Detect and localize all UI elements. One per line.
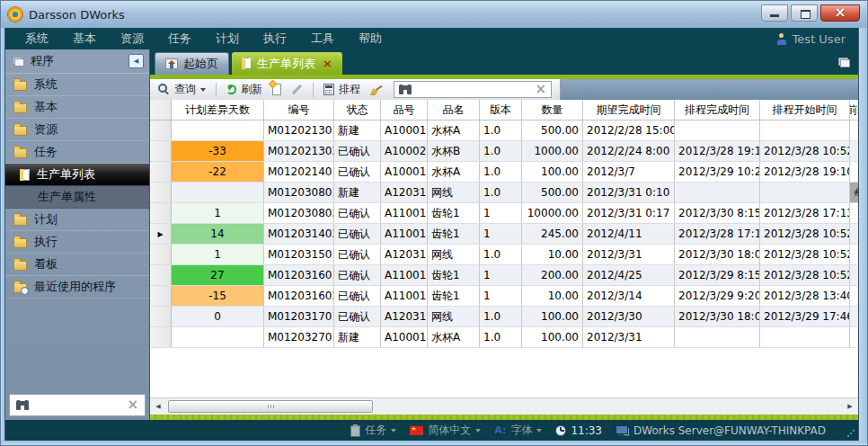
table-cell[interactable]: 已确认 bbox=[334, 203, 381, 223]
table-cell[interactable]: 2012/3/30 8:15 bbox=[675, 203, 760, 223]
table-cell[interactable]: 水杯A bbox=[428, 120, 480, 140]
minimize-button[interactable] bbox=[761, 4, 788, 22]
table-cell[interactable]: 已确认 bbox=[334, 245, 381, 264]
table-cell[interactable]: 网线 bbox=[428, 307, 480, 326]
table-cell[interactable]: 已确认 bbox=[334, 141, 381, 161]
scroll-left-button[interactable]: ◀ bbox=[150, 398, 166, 415]
refresh-button[interactable]: 刷新 bbox=[224, 81, 265, 98]
column-header[interactable]: 品号 bbox=[381, 100, 428, 120]
table-cell-diff-days[interactable] bbox=[172, 183, 264, 202]
maximize-button[interactable] bbox=[791, 4, 818, 22]
table-cell[interactable]: 200.00 bbox=[522, 265, 583, 285]
sidebar-item-1[interactable]: 基本 bbox=[5, 96, 149, 119]
table-cell[interactable]: 已确认 bbox=[334, 307, 381, 326]
table-cell[interactable]: M012030802 bbox=[264, 203, 334, 223]
sidebar-item-5[interactable]: 生产单属性 bbox=[5, 186, 149, 209]
table-cell[interactable]: 1.0 bbox=[480, 120, 522, 140]
table-cell-overflow[interactable] bbox=[850, 141, 858, 161]
user-badge[interactable]: Test User bbox=[776, 32, 846, 46]
table-cell[interactable]: M012021301 bbox=[264, 120, 334, 140]
table-cell[interactable]: 2012/3/28 17:13 bbox=[760, 203, 850, 223]
table-cell[interactable]: 2012/4/25 bbox=[583, 265, 675, 285]
table-cell[interactable]: A11001 bbox=[381, 203, 428, 223]
row-selector[interactable] bbox=[150, 162, 172, 182]
table-cell[interactable]: 245.00 bbox=[522, 224, 583, 244]
table-cell-overflow[interactable] bbox=[850, 265, 858, 285]
table-cell[interactable]: 2012/2/24 8:00 bbox=[583, 141, 675, 161]
sidebar-search-input[interactable] bbox=[35, 399, 120, 412]
sidebar-item-7[interactable]: 执行 bbox=[5, 231, 149, 254]
column-header[interactable]: 编号 bbox=[264, 100, 334, 120]
clear-schedule-button[interactable] bbox=[368, 81, 385, 98]
column-header[interactable]: 期望完成时间 bbox=[583, 100, 675, 120]
menu-item-6[interactable]: 工具 bbox=[311, 31, 334, 47]
table-cell-overflow[interactable] bbox=[850, 327, 858, 347]
table-cell[interactable]: M012031601 bbox=[264, 265, 334, 285]
column-header[interactable]: 前置 bbox=[850, 100, 858, 120]
table-cell-diff-days[interactable]: 14 bbox=[172, 224, 264, 244]
row-selector[interactable] bbox=[150, 120, 172, 140]
table-cell[interactable]: 1.0 bbox=[480, 307, 522, 326]
toolbar-search-clear-icon[interactable]: × bbox=[535, 83, 546, 96]
table-cell-overflow[interactable] bbox=[850, 203, 858, 223]
table-cell[interactable]: 10000.00 bbox=[522, 203, 583, 223]
table-cell[interactable]: A11001 bbox=[381, 224, 428, 244]
sidebar-item-3[interactable]: 任务 bbox=[5, 141, 149, 164]
table-cell[interactable]: 1.0 bbox=[480, 162, 522, 182]
menu-item-7[interactable]: 帮助 bbox=[359, 31, 382, 47]
menu-item-0[interactable]: 系统 bbox=[25, 31, 49, 47]
table-cell-diff-days[interactable]: 27 bbox=[172, 265, 264, 285]
table-cell[interactable]: 500.00 bbox=[522, 120, 583, 140]
table-cell[interactable] bbox=[675, 120, 760, 140]
column-header[interactable]: 品名 bbox=[428, 100, 480, 120]
table-cell[interactable]: 2012/3/29 10:20 bbox=[675, 162, 760, 182]
table-cell[interactable]: 2012/3/28 13:40 bbox=[760, 286, 850, 306]
table-cell[interactable]: 已确认 bbox=[334, 162, 381, 182]
table-cell[interactable]: 1.0 bbox=[480, 141, 522, 161]
table-cell[interactable]: 新建 bbox=[334, 183, 381, 202]
resize-grip[interactable] bbox=[846, 429, 855, 437]
schedule-button[interactable]: 排程 bbox=[321, 81, 363, 98]
menu-item-1[interactable]: 基本 bbox=[73, 31, 96, 47]
table-cell[interactable]: A12031 bbox=[381, 307, 428, 326]
table-cell[interactable]: 2012/3/28 19:10 bbox=[675, 141, 760, 161]
column-header[interactable]: 状态 bbox=[334, 100, 381, 120]
toolbar-search-input[interactable] bbox=[416, 84, 530, 96]
font-dropdown[interactable]: A: 字体 bbox=[494, 423, 542, 438]
table-cell[interactable]: 2012/3/29 9:20 bbox=[675, 286, 760, 306]
sidebar-item-8[interactable]: 看板 bbox=[5, 254, 149, 276]
table-cell[interactable]: A10001 bbox=[381, 327, 428, 347]
table-cell-overflow[interactable] bbox=[850, 286, 858, 306]
row-selector[interactable] bbox=[150, 286, 172, 306]
table-cell[interactable]: 10.00 bbox=[522, 245, 583, 264]
table-cell[interactable]: 1.0 bbox=[480, 183, 522, 202]
column-header[interactable]: 计划差异天数 bbox=[172, 100, 264, 120]
row-selector[interactable] bbox=[150, 245, 172, 264]
scroll-right-button[interactable]: ▶ bbox=[842, 398, 858, 415]
table-cell[interactable]: 1.0 bbox=[480, 327, 522, 347]
new-button[interactable] bbox=[270, 81, 284, 98]
table-cell-overflow[interactable]: # bbox=[850, 183, 858, 202]
table-cell[interactable]: 2012/3/31 0:10 bbox=[583, 183, 675, 202]
table-cell[interactable]: 2012/2/28 15:00 bbox=[583, 120, 675, 140]
language-dropdown[interactable]: 简体中文 bbox=[410, 423, 481, 438]
row-selector[interactable] bbox=[150, 224, 172, 244]
table-cell[interactable]: 1 bbox=[480, 286, 522, 306]
table-cell-diff-days[interactable]: -22 bbox=[172, 162, 264, 182]
table-cell[interactable]: 500.00 bbox=[522, 183, 583, 202]
table-cell[interactable]: 水杯A bbox=[428, 327, 480, 347]
table-cell[interactable]: A10001 bbox=[381, 120, 428, 140]
table-cell[interactable] bbox=[675, 327, 760, 347]
table-cell-diff-days[interactable]: -15 bbox=[172, 286, 264, 306]
table-cell[interactable]: 2012/3/14 bbox=[583, 286, 675, 306]
column-header[interactable]: 数量 bbox=[522, 100, 583, 120]
table-cell[interactable]: 2012/3/31 bbox=[583, 245, 675, 264]
table-cell[interactable]: 齿轮1 bbox=[428, 203, 480, 223]
table-cell-overflow[interactable] bbox=[850, 162, 858, 182]
table-cell[interactable]: A12031 bbox=[381, 183, 428, 202]
table-cell[interactable] bbox=[760, 327, 850, 347]
sidebar-item-4[interactable]: 生产单列表 bbox=[5, 164, 149, 186]
table-cell[interactable]: A11001 bbox=[381, 286, 428, 306]
tab-close-icon[interactable]: × bbox=[323, 58, 332, 69]
table-cell[interactable]: A10001 bbox=[381, 162, 428, 182]
